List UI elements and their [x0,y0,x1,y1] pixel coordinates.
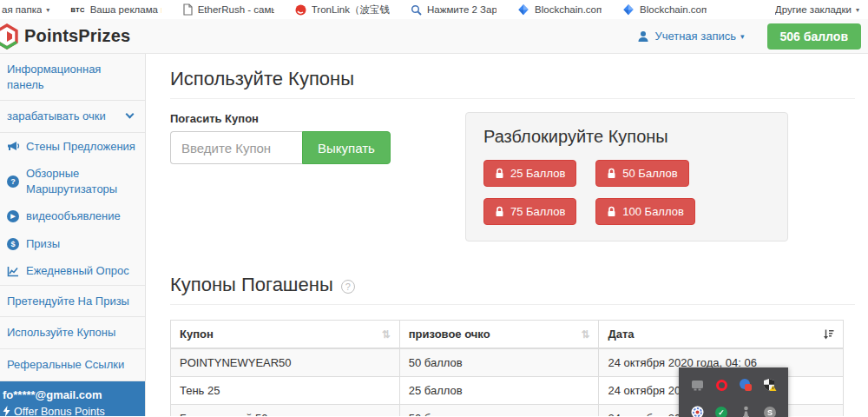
sidebar-item-video-ads[interactable]: ▶ видеообъявление [0,202,145,230]
tray-app-icon[interactable] [739,406,753,417]
money-icon: $ [7,238,22,250]
cell-points: 50 баллов [399,405,599,417]
bolt-icon [3,406,10,416]
system-tray-popup: ✓ S [679,367,788,417]
cell-coupon: Тень 25 [171,377,400,405]
site-header: PointsPrizes Учетная запись ▾ 506 баллов [0,19,868,54]
unlock-25-points-button[interactable]: 25 Баллов [483,160,576,187]
sort-icon: ⇅ [382,328,391,341]
account-menu[interactable]: Учетная запись ▾ [637,30,744,43]
coupon-input[interactable] [170,131,302,164]
main-content: Используйте Купоны Погасить Купон Выкупа… [146,54,868,416]
blockchain-icon [622,3,635,16]
lock-icon [495,168,504,179]
tray-skype-icon[interactable]: S [763,406,777,417]
tray-antivirus-icon[interactable]: ✓ [714,406,728,417]
megaphone-icon [7,141,22,152]
bookmark-label: TronLink（波宝钱 [312,3,390,17]
sidebar-item-prizes[interactable]: $ Призы [0,230,145,258]
redeem-coupon-form: Погасить Купон Выкупать [170,112,465,164]
divider [170,304,855,305]
redeem-coupon-label: Погасить Купон [170,112,465,125]
bookmark-label: EtherRush - самый [198,4,274,15]
bookmark-label: Ваша реклама в с [90,4,161,15]
brand-name: PointsPrizes [24,26,130,46]
play-circle-icon: ▶ [7,210,22,222]
sidebar-item-daily-poll[interactable]: Ежедневный Опрос [0,257,145,285]
tray-opera-icon[interactable] [714,378,728,392]
page-title: Используйте Купоны [170,68,855,90]
page-icon [182,3,193,16]
caret-down-icon: ▾ [46,6,49,14]
sort-desc-icon [823,328,834,340]
other-bookmarks[interactable]: Другие закладки ▾ [775,4,859,15]
unlock-50-points-button[interactable]: 50 Баллов [595,160,688,187]
bookmark-label: Blockchain.com Wa [535,4,602,15]
tray-media-icon[interactable] [690,406,704,417]
user-icon [637,30,649,43]
table-header-coupon[interactable]: Купон ⇅ [171,321,400,349]
bookmark-item[interactable]: Нажмите 2 Зараб [411,4,496,16]
unlock-75-points-button[interactable]: 75 Баллов [483,198,576,225]
bookmark-folder[interactable]: ая папка ▾ [2,4,49,15]
chevron-down-icon [126,110,135,119]
divider [170,98,855,99]
browser-bookmarks-bar: ая папка ▾ BTC Ваша реклама в с EtherRus… [0,0,868,19]
tray-sync-icon[interactable] [739,378,753,392]
redeem-button[interactable]: Выкупать [302,131,391,164]
account-email: fo*****@gmail.com [3,388,138,402]
redeemed-coupons-title: Купоны Погашены [170,274,333,296]
sidebar-nav: Информационная панель зарабатывать очки … [0,54,146,416]
btc-icon: BTC [70,6,84,14]
table-header-date[interactable]: Дата [599,321,844,349]
help-icon[interactable]: ? [341,280,355,294]
sidebar-account-gmail[interactable]: fo*****@gmail.com Offer Bonus Points [0,381,145,416]
bookmark-label: Нажмите 2 Зараб [427,4,496,15]
lock-icon [607,206,616,217]
bookmark-item[interactable]: EtherRush - самый [182,3,274,16]
sidebar-item-dashboard[interactable]: Информационная панель [0,54,145,100]
account-label: Учетная запись [654,30,736,43]
bookmark-label: Blockchain.com Wa [640,4,707,15]
question-circle-icon: ? [7,175,22,188]
brand-logo[interactable]: PointsPrizes [0,23,130,50]
caret-down-icon: ▾ [740,32,745,41]
unlock-100-points-button[interactable]: 100 Баллов [595,198,695,225]
cell-coupon: Бесстрашный 50 [171,405,400,417]
tray-shield-warning-icon[interactable] [763,378,777,392]
cell-coupon: POINTYNEWYEAR50 [171,348,400,377]
unlock-coupons-panel: Разблокируйте Купоны 25 Баллов 50 Баллов… [465,112,788,242]
cell-points: 50 баллов [399,348,599,377]
other-bookmarks-label: Другие закладки [775,4,852,15]
caret-down-icon: ▾ [856,6,859,14]
sidebar-item-referral-links[interactable]: Реферальные Ссылки [0,349,145,381]
lock-icon [495,206,504,217]
sidebar-item-use-coupons[interactable]: Используйте Купоны [0,317,145,348]
points-balance-badge[interactable]: 506 баллов [767,23,861,50]
sidebar-item-survey-routers[interactable]: ? Обзорные Маршрутизаторы [0,160,145,202]
chart-icon [7,266,22,277]
table-header-points[interactable]: призовое очко ⇅ [399,321,599,349]
sidebar-item-claim-prizes[interactable]: Претендуйте На Призы [0,286,145,317]
bookmark-item[interactable]: TronLink（波宝钱 [295,3,390,17]
search-icon [411,4,422,16]
bookmark-folder-label: ая папка [2,4,42,15]
bookmark-item[interactable]: BTC Ваша реклама в с [70,4,161,15]
cell-points: 25 баллов [399,377,599,405]
pointsprizes-logo-icon [0,23,20,50]
lock-icon [607,168,616,179]
sidebar-item-earn-points[interactable]: зарабатывать очки [0,101,145,132]
bookmark-item[interactable]: Blockchain.com Wa [622,3,707,16]
unlock-coupons-title: Разблокируйте Купоны [483,127,770,147]
blockchain-icon [517,3,529,16]
tray-chat-icon[interactable] [690,378,704,392]
sidebar-item-offer-walls[interactable]: Стены Предложения [0,133,145,161]
tronlink-icon [295,4,306,16]
account-offer-label: Offer Bonus Points [14,405,105,416]
bookmark-item[interactable]: Blockchain.com Wa [517,3,602,16]
sort-icon: ⇅ [581,328,589,341]
